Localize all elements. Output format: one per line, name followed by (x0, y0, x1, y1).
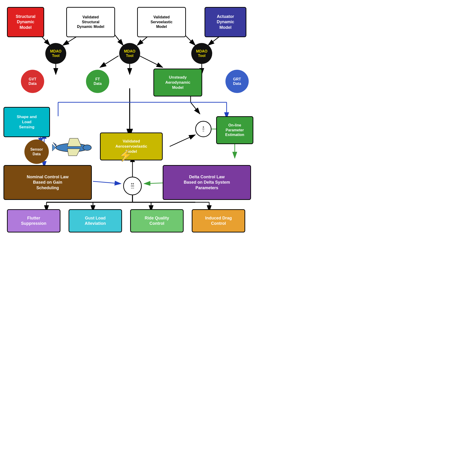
delta-control-label: Delta Control Law Based on Delta System … (184, 174, 230, 191)
aircraft-diagram (51, 130, 93, 158)
online-param-label: On-line Parameter Estimation (225, 123, 244, 137)
sensor-data-circle: Sensor Data (24, 139, 49, 164)
structural-dynamic-model-box: Structural Dynamic Model (7, 7, 44, 37)
svg-marker-41 (68, 149, 80, 156)
validated-structural-box: Validated Structural Dynamic Model (66, 7, 115, 37)
gvt-data-circle: GVT Data (21, 70, 44, 93)
plus-plus-symbol: ++ −− (131, 182, 134, 189)
mdao-tool-1: MDAO Tool (45, 43, 66, 64)
nominal-control-label: Nominal Control Law Based on Gain Schedu… (27, 174, 68, 191)
induced-drag-label: Induced Drag Control (205, 215, 232, 227)
validated-servoelastic-box: Validated Servoelastic Model (137, 7, 186, 37)
lightning-icon: ⚡ (119, 149, 132, 162)
ride-quality-box: Ride Quality Control (130, 209, 184, 233)
online-param-box: On-line Parameter Estimation (216, 116, 253, 144)
validated-servoelastic-label: Validated Servoelastic Model (151, 15, 173, 29)
svg-line-10 (139, 56, 163, 68)
induced-drag-box: Induced Drag Control (192, 209, 245, 233)
mdao-tool-3: MDAO Tool (191, 43, 212, 64)
validated-structural-label: Validated Structural Dynamic Model (77, 15, 104, 29)
mdao3-label: MDAO Tool (196, 49, 208, 58)
ft-label: FT Data (94, 77, 102, 86)
ft-data-circle: FT Data (86, 70, 109, 93)
shape-load-sensing-box: Shape and Load Sensing (3, 107, 50, 137)
svg-line-2 (114, 34, 123, 45)
structural-dynamic-label: Structural Dynamic Model (15, 14, 35, 30)
actuator-dynamic-label: Actuator Dynamic Model (217, 14, 234, 30)
gvt-label: GVT Data (29, 77, 37, 86)
actuator-dynamic-box: Actuator Dynamic Model (204, 7, 246, 37)
shape-load-label: Shape and Load Sensing (17, 114, 37, 130)
unsteady-aero-label: Unsteady Aerodynamic Model (165, 75, 190, 90)
diagram: Structural Dynamic Model Validated Struc… (0, 0, 256, 233)
nominal-control-box: Nominal Control Law Based on Gain Schedu… (3, 165, 92, 200)
ride-quality-label: Ride Quality Control (144, 215, 169, 227)
mdao-tool-2: MDAO Tool (119, 43, 140, 64)
gust-label: Gust Load Alleviation (85, 215, 106, 227)
flutter-suppression-box: Flutter Suppression (7, 209, 60, 233)
unsteady-aero-box: Unsteady Aerodynamic Model (153, 68, 202, 97)
mdao2-label: MDAO Tool (124, 49, 136, 58)
svg-line-9 (100, 56, 119, 68)
svg-line-14 (170, 135, 195, 146)
svg-point-38 (83, 145, 91, 150)
gust-load-box: Gust Load Alleviation (68, 209, 122, 233)
grt-label: GRT Data (233, 77, 241, 86)
svg-marker-40 (68, 138, 81, 146)
mdao1-label: MDAO Tool (50, 49, 62, 58)
sensor-label: Sensor Data (30, 147, 43, 156)
delta-control-box: Delta Control Law Based on Delta System … (163, 165, 251, 200)
plus-minus-connector: + − (195, 121, 212, 137)
grt-data-circle: GRT Data (226, 70, 249, 93)
svg-line-23 (93, 181, 121, 184)
svg-line-13 (191, 102, 200, 114)
flutter-label: Flutter Suppression (21, 215, 46, 227)
plus-minus-symbol: + − (203, 126, 204, 133)
plus-plus-connector: ++ −− (123, 177, 142, 195)
